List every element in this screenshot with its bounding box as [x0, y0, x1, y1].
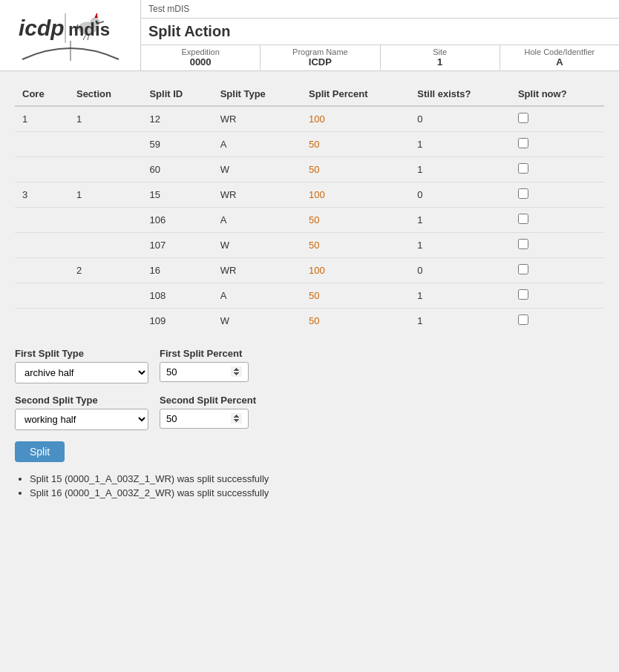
cell-split-now[interactable]	[511, 208, 604, 233]
cell-split-now[interactable]	[511, 283, 604, 309]
first-split-percent-label: First Split Percent	[160, 348, 249, 359]
form-section-2: Second Split Type working halfarchive ha…	[15, 395, 604, 430]
cell-core	[15, 132, 69, 157]
cell-split-type: A	[213, 283, 301, 309]
cell-split-type: WR	[213, 258, 301, 283]
cell-core	[15, 233, 69, 258]
cell-split-type: WR	[213, 182, 301, 208]
second-split-type-select[interactable]: working halfarchive halfwhole round	[15, 409, 148, 430]
logo-svg: icdp	[15, 7, 126, 63]
second-split-percent-input[interactable]	[160, 409, 249, 429]
hole-cell: Hole Code/Identfier A	[500, 45, 619, 70]
first-split-type-select[interactable]: archive halfworking halfwhole round	[15, 362, 148, 383]
second-split-type-label: Second Split Type	[15, 395, 148, 406]
cell-section: 1	[69, 182, 142, 208]
cell-split-id: 109	[142, 309, 212, 334]
cell-split-percent: 50	[301, 157, 410, 182]
split-button[interactable]: Split	[15, 441, 65, 462]
split-now-checkbox[interactable]	[518, 214, 528, 224]
table-row: 1112WR1000	[15, 106, 604, 132]
program-label: Program Name	[266, 47, 373, 56]
cell-split-id: 60	[142, 157, 212, 182]
cell-split-percent: 50	[301, 208, 410, 233]
table-row: 108A501	[15, 283, 604, 309]
app-name: Test mDIS	[141, 0, 619, 19]
cell-still-exists: 1	[410, 309, 511, 334]
cell-split-type: W	[213, 157, 301, 182]
col-header-split-percent: Split Percent	[301, 82, 410, 106]
cell-split-percent: 50	[301, 233, 410, 258]
cell-still-exists: 1	[410, 233, 511, 258]
cell-split-percent: 50	[301, 283, 410, 309]
cell-section	[69, 309, 142, 334]
second-split-percent-group: Second Split Percent	[160, 395, 256, 430]
cell-still-exists: 1	[410, 132, 511, 157]
second-split-type-group: Second Split Type working halfarchive ha…	[15, 395, 148, 430]
cell-section	[69, 233, 142, 258]
message-item: Split 16 (0000_1_A_003Z_2_WR) was split …	[30, 487, 604, 498]
cell-core	[15, 208, 69, 233]
cell-core	[15, 157, 69, 182]
cell-core	[15, 258, 69, 283]
cell-split-type: A	[213, 132, 301, 157]
cell-still-exists: 0	[410, 106, 511, 132]
split-now-checkbox[interactable]	[518, 138, 528, 148]
program-cell: Program Name ICDP	[261, 45, 380, 70]
cell-split-now[interactable]	[511, 157, 604, 182]
cell-split-now[interactable]	[511, 106, 604, 132]
cell-section: 1	[69, 106, 142, 132]
cell-split-percent: 50	[301, 309, 410, 334]
svg-text:icdp: icdp	[19, 16, 65, 40]
page-title: Split Action	[141, 19, 619, 45]
hole-label: Hole Code/Identfier	[506, 47, 613, 56]
cell-split-id: 15	[142, 182, 212, 208]
cell-section	[69, 157, 142, 182]
cell-still-exists: 1	[410, 157, 511, 182]
cell-section	[69, 132, 142, 157]
cell-split-now[interactable]	[511, 258, 604, 283]
page-wrapper: icdp	[0, 0, 619, 672]
first-split-type-group: First Split Type archive halfworking hal…	[15, 348, 148, 383]
cell-split-now[interactable]	[511, 182, 604, 208]
program-value: ICDP	[266, 56, 373, 67]
header-right: Test mDIS Split Action Expedition 0000 P…	[141, 0, 619, 70]
cell-split-percent: 100	[301, 258, 410, 283]
messages-section: Split 15 (0000_1_A_003Z_1_WR) was split …	[15, 473, 604, 498]
col-header-section: Section	[69, 82, 142, 106]
expedition-cell: Expedition 0000	[141, 45, 261, 70]
cell-still-exists: 0	[410, 182, 511, 208]
split-now-checkbox[interactable]	[518, 113, 528, 123]
col-header-core: Core	[15, 82, 69, 106]
cell-core	[15, 309, 69, 334]
cell-still-exists: 1	[410, 283, 511, 309]
hole-value: A	[506, 56, 613, 67]
first-split-percent-input[interactable]	[160, 362, 249, 382]
table-row: 109W501	[15, 309, 604, 334]
table-row: 106A501	[15, 208, 604, 233]
split-now-checkbox[interactable]	[518, 188, 528, 199]
cell-split-now[interactable]	[511, 309, 604, 334]
table-row: 59A501	[15, 132, 604, 157]
site-value: 1	[387, 56, 494, 67]
col-header-split-now: Split now?	[511, 82, 604, 106]
split-now-checkbox[interactable]	[518, 264, 528, 274]
cell-split-percent: 100	[301, 182, 410, 208]
split-now-checkbox[interactable]	[518, 314, 528, 325]
cell-split-percent: 50	[301, 132, 410, 157]
split-now-checkbox[interactable]	[518, 289, 528, 300]
cell-core	[15, 283, 69, 309]
messages-list: Split 15 (0000_1_A_003Z_1_WR) was split …	[15, 473, 604, 498]
meta-table: Expedition 0000 Program Name ICDP Site 1…	[141, 45, 619, 70]
table-row: 3115WR1000	[15, 182, 604, 208]
cell-split-id: 108	[142, 283, 212, 309]
split-now-checkbox[interactable]	[518, 239, 528, 249]
col-header-still-exists: Still exists?	[410, 82, 511, 106]
data-table: Core Section Split ID Split Type Split P…	[15, 82, 604, 333]
col-header-split-type: Split Type	[213, 82, 301, 106]
cell-split-id: 12	[142, 106, 212, 132]
expedition-label: Expedition	[147, 47, 254, 56]
cell-split-type: W	[213, 309, 301, 334]
cell-split-now[interactable]	[511, 233, 604, 258]
cell-split-now[interactable]	[511, 132, 604, 157]
split-now-checkbox[interactable]	[518, 163, 528, 174]
